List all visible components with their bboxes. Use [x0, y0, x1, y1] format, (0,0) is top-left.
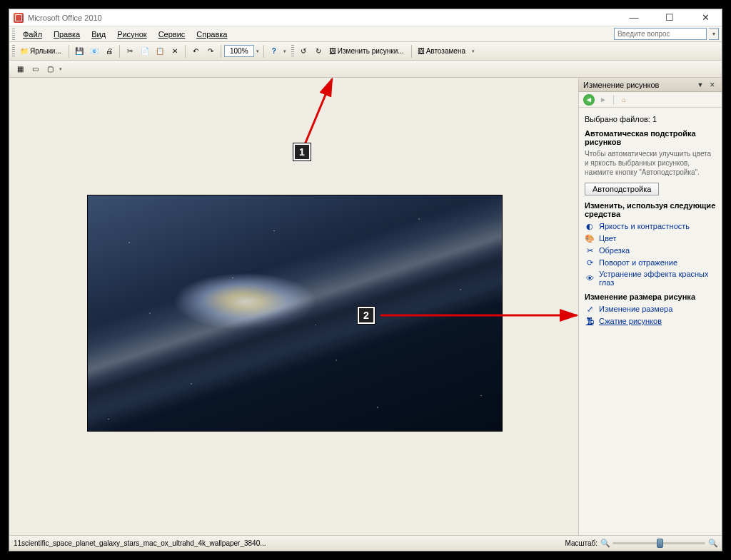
- edit-pictures-button[interactable]: 🖼Изменить рисунки...: [326, 44, 408, 58]
- separator: [613, 95, 614, 105]
- task-pane: Изменение рисунков ▼ ✕ ◄ ► ⌂ Выбрано фай…: [579, 78, 722, 535]
- crop-link[interactable]: ✂Обрезка: [585, 245, 716, 255]
- brightness-icon: ◐: [585, 221, 595, 231]
- auto-adjust-heading: Автоматическая подстройка рисунков: [585, 129, 716, 146]
- brightness-link[interactable]: ◐Яркость и контрастность: [585, 221, 716, 231]
- copy-button[interactable]: 📄: [138, 44, 152, 58]
- dropdown-icon[interactable]: ▾: [709, 28, 719, 40]
- toolbar-main: 📁Ярлыки... 💾 📧 🖨 ✂ 📄 📋 ✕ ↶ ↷ ▾ ? ▾ ↺ ↻ 🖼…: [9, 42, 722, 61]
- task-pane-menu-icon[interactable]: ▼: [695, 80, 705, 90]
- shortcuts-button[interactable]: 📁Ярлыки...: [17, 44, 66, 58]
- size-heading: Изменение размера рисунка: [585, 292, 716, 301]
- zoom-input[interactable]: [224, 45, 254, 57]
- status-filename: 11scientific_space_planet_galaxy_stars_m…: [14, 539, 266, 547]
- annotation-number-1: 1: [293, 143, 311, 161]
- redeye-link[interactable]: 👁Устранение эффекта красных глаз: [585, 270, 716, 287]
- filmstrip-view-button[interactable]: ▭: [28, 62, 42, 76]
- grip-icon: [12, 45, 15, 58]
- selected-count: Выбрано файлов: 1: [585, 115, 716, 123]
- toolbar-view: ▦ ▭ ▢ ▾: [9, 61, 722, 78]
- nav-back-icon[interactable]: ◄: [583, 94, 595, 106]
- rotate-right-button[interactable]: ↻: [311, 44, 326, 58]
- grip-icon: [12, 29, 15, 40]
- redeye-icon: 👁: [585, 273, 595, 283]
- menu-service[interactable]: Сервис: [153, 29, 191, 40]
- single-view-button[interactable]: ▢: [43, 62, 57, 76]
- color-icon: 🎨: [585, 233, 595, 243]
- compress-link[interactable]: 🗜Сжатие рисунков: [585, 316, 716, 326]
- picture-preview[interactable]: [88, 195, 502, 431]
- separator: [69, 45, 69, 58]
- separator: [119, 45, 120, 58]
- task-pane-header: Изменение рисунков ▼ ✕: [579, 78, 722, 92]
- autoreplace-button[interactable]: 🖼Автозамена: [415, 44, 470, 58]
- zoom-in-icon[interactable]: 🔍: [708, 539, 717, 548]
- help-search[interactable]: ▾: [614, 28, 719, 40]
- minimize-button[interactable]: —: [622, 11, 646, 25]
- rotate-left-button[interactable]: ↺: [296, 44, 311, 58]
- mail-button[interactable]: 📧: [87, 44, 101, 58]
- undo-button[interactable]: ↶: [188, 44, 203, 58]
- app-title: Microsoft Office 2010: [28, 14, 622, 22]
- help-button[interactable]: ?: [267, 44, 281, 58]
- close-button[interactable]: ✕: [693, 11, 717, 25]
- print-button[interactable]: 🖨: [102, 44, 116, 58]
- crop-icon: ✂: [585, 245, 595, 255]
- title-bar: Microsoft Office 2010 — ☐ ✕: [9, 9, 722, 26]
- overflow-icon[interactable]: ▾: [470, 49, 476, 54]
- auto-adjust-button[interactable]: Автоподстройка: [585, 183, 659, 195]
- thumbnails-view-button[interactable]: ▦: [13, 62, 27, 76]
- tools-heading: Изменить, используя следующие средства: [585, 201, 716, 218]
- save-button[interactable]: 💾: [72, 44, 86, 58]
- overflow-icon[interactable]: ▾: [58, 66, 64, 72]
- separator: [221, 45, 221, 58]
- separator: [263, 45, 264, 58]
- zoom-slider[interactable]: [612, 542, 705, 544]
- resize-icon: ⤢: [585, 304, 595, 314]
- menu-picture[interactable]: Рисунок: [111, 29, 153, 40]
- task-pane-nav: ◄ ► ⌂: [579, 92, 722, 108]
- task-pane-close-icon[interactable]: ✕: [707, 80, 717, 90]
- menu-edit[interactable]: Правка: [48, 29, 86, 40]
- resize-link[interactable]: ⤢Изменение размера: [585, 304, 716, 314]
- separator: [411, 45, 412, 58]
- menu-bar: Файл Правка Вид Рисунок Сервис Справка ▾: [9, 26, 722, 42]
- main-area: 1 2 Изменение рисунков ▼ ✕ ◄ ► ⌂ Выбрано…: [9, 78, 722, 535]
- menu-file[interactable]: Файл: [17, 29, 48, 40]
- zoom-out-icon[interactable]: 🔍: [600, 539, 610, 548]
- zoom-dropdown-icon[interactable]: ▾: [255, 49, 261, 54]
- status-bar: 11scientific_space_planet_galaxy_stars_m…: [9, 535, 722, 551]
- color-link[interactable]: 🎨Цвет: [585, 233, 716, 243]
- paste-button[interactable]: 📋: [153, 44, 167, 58]
- cut-button[interactable]: ✂: [123, 44, 137, 58]
- nav-home-icon[interactable]: ⌂: [618, 94, 630, 106]
- canvas-area[interactable]: 1 2: [9, 78, 579, 535]
- menu-help[interactable]: Справка: [191, 29, 233, 40]
- rotate-icon: ⟳: [585, 258, 595, 268]
- compress-icon: 🗜: [585, 316, 595, 326]
- grip-icon: [291, 45, 294, 58]
- task-pane-title: Изменение рисунков: [583, 81, 693, 89]
- zoom-thumb[interactable]: [657, 539, 663, 548]
- separator: [185, 45, 186, 58]
- app-window: Microsoft Office 2010 — ☐ ✕ Файл Правка …: [9, 9, 722, 551]
- overflow-icon[interactable]: ▾: [282, 49, 288, 54]
- rotate-link[interactable]: ⟳Поворот и отражение: [585, 258, 716, 268]
- app-icon: [14, 13, 24, 23]
- redo-button[interactable]: ↷: [203, 44, 218, 58]
- delete-button[interactable]: ✕: [168, 44, 182, 58]
- svg-line-0: [302, 79, 332, 151]
- help-search-input[interactable]: [614, 28, 707, 40]
- nav-forward-icon: ►: [598, 94, 609, 106]
- menu-view[interactable]: Вид: [86, 29, 111, 40]
- auto-adjust-help: Чтобы автоматически улучшить цвета и ярк…: [585, 149, 716, 177]
- maximize-button[interactable]: ☐: [657, 11, 682, 25]
- zoom-control: Масштаб: 🔍 🔍: [565, 539, 717, 548]
- zoom-label: Масштаб:: [565, 539, 598, 547]
